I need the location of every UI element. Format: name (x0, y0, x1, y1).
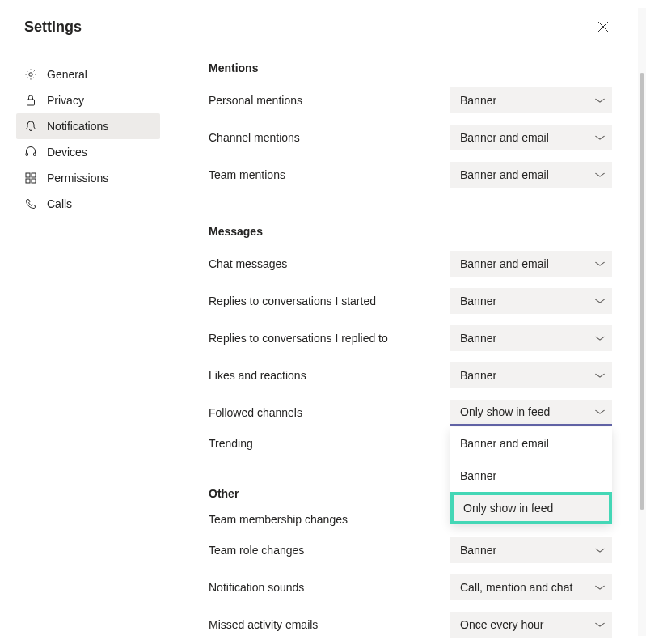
select-notification-sounds[interactable]: Call, mention and chat (450, 574, 612, 600)
gear-icon (24, 68, 37, 81)
select-value: Once every hour (460, 618, 544, 631)
sidebar-item-notifications[interactable]: Notifications (16, 113, 160, 139)
setting-row: Chat messages Banner and email (209, 251, 612, 277)
phone-icon (24, 197, 37, 210)
sidebar-item-devices[interactable]: Devices (16, 139, 160, 165)
svg-rect-2 (26, 153, 28, 156)
setting-row: Channel mentions Banner and email (209, 125, 612, 150)
setting-row: Likes and reactions Banner (209, 362, 612, 388)
setting-label: Replies to conversations I started (209, 294, 376, 307)
dropdown-option-banner-email[interactable]: Banner and email (450, 427, 612, 460)
select-value: Banner (460, 369, 496, 382)
close-button[interactable] (594, 18, 612, 36)
chevron-down-icon (594, 622, 606, 627)
select-value: Only show in feed (460, 405, 550, 418)
dropdown-option-banner[interactable]: Banner (450, 460, 612, 492)
grid-icon (24, 172, 37, 184)
sidebar-item-label: Devices (47, 146, 87, 159)
svg-point-0 (29, 73, 32, 76)
select-team-mentions[interactable]: Banner and email (450, 162, 612, 188)
headset-icon (24, 146, 37, 159)
svg-rect-1 (27, 100, 35, 105)
select-value: Call, mention and chat (460, 581, 572, 594)
select-chat-messages[interactable]: Banner and email (450, 251, 612, 277)
setting-row: Followed channels Only show in feed Bann… (209, 400, 612, 426)
sidebar-item-label: Calls (47, 197, 72, 210)
setting-label: Channel mentions (209, 131, 300, 144)
setting-label: Team mentions (209, 168, 285, 181)
select-value: Banner (460, 294, 496, 307)
sidebar-item-privacy[interactable]: Privacy (16, 87, 160, 113)
setting-label: Replies to conversations I replied to (209, 332, 388, 345)
setting-row: Replies to conversations I replied to Ba… (209, 325, 612, 351)
chevron-down-icon (594, 135, 606, 140)
sidebar-item-general[interactable]: General (16, 61, 160, 87)
setting-label: Followed channels (209, 406, 302, 419)
chevron-down-icon (594, 98, 606, 103)
scrollbar-track[interactable] (638, 8, 646, 636)
chevron-down-icon (594, 299, 606, 303)
chevron-down-icon (594, 261, 606, 266)
select-missed-emails[interactable]: Once every hour (450, 612, 612, 638)
setting-label: Team role changes (209, 544, 304, 557)
chevron-down-icon (594, 373, 606, 378)
select-value: Banner and email (460, 131, 549, 144)
setting-label: Chat messages (209, 257, 287, 270)
chevron-down-icon (594, 172, 606, 177)
setting-label: Missed activity emails (209, 618, 318, 631)
setting-row: Personal mentions Banner (209, 87, 612, 113)
sidebar-item-permissions[interactable]: Permissions (16, 165, 160, 191)
svg-rect-3 (34, 153, 36, 156)
setting-row: Team mentions Banner and email (209, 162, 612, 188)
section-header-messages: Messages (209, 225, 612, 238)
sidebar-item-calls[interactable]: Calls (16, 191, 160, 217)
page-title: Settings (24, 19, 82, 36)
chevron-down-icon (594, 585, 606, 590)
setting-label: Trending (209, 437, 253, 450)
lock-icon (24, 94, 37, 107)
dropdown-menu: Banner and email Banner Only show in fee… (450, 427, 612, 524)
select-value: Banner (460, 94, 496, 107)
chevron-down-icon (594, 409, 606, 414)
select-team-role[interactable]: Banner (450, 537, 612, 563)
svg-rect-4 (26, 173, 30, 177)
setting-label: Likes and reactions (209, 369, 306, 382)
setting-row: Team role changes Banner (209, 537, 612, 563)
svg-rect-6 (26, 179, 30, 183)
select-channel-mentions[interactable]: Banner and email (450, 125, 612, 150)
select-replies-started[interactable]: Banner (450, 288, 612, 314)
svg-rect-5 (32, 173, 36, 177)
setting-label: Personal mentions (209, 94, 302, 107)
settings-main: Mentions Personal mentions Banner Channe… (209, 61, 636, 644)
dropdown-option-only-feed[interactable]: Only show in feed (450, 492, 612, 524)
setting-row: Replies to conversations I started Banne… (209, 288, 612, 314)
sidebar-item-label: Privacy (47, 94, 84, 107)
close-icon (597, 21, 609, 32)
svg-rect-7 (32, 179, 36, 183)
select-followed-channels[interactable]: Only show in feed (450, 400, 612, 426)
select-value: Banner (460, 332, 496, 345)
select-value: Banner and email (460, 168, 549, 181)
sidebar-item-label: Notifications (47, 120, 108, 133)
setting-label: Team membership changes (209, 513, 348, 526)
select-personal-mentions[interactable]: Banner (450, 87, 612, 113)
select-value: Banner and email (460, 257, 549, 270)
sidebar-item-label: Permissions (47, 172, 108, 184)
setting-row: Notification sounds Call, mention and ch… (209, 574, 612, 600)
setting-row: Missed activity emails Once every hour (209, 612, 612, 638)
select-replies-replied[interactable]: Banner (450, 325, 612, 351)
sidebar-item-label: General (47, 68, 87, 81)
setting-label: Notification sounds (209, 581, 304, 594)
select-value: Banner (460, 544, 496, 557)
select-likes-reactions[interactable]: Banner (450, 362, 612, 388)
scrollbar-thumb[interactable] (640, 73, 644, 510)
sidebar: General Privacy Notifications Devices (0, 61, 160, 644)
chevron-down-icon (594, 336, 606, 341)
section-header-mentions: Mentions (209, 61, 612, 74)
bell-icon (24, 120, 37, 133)
chevron-down-icon (594, 548, 606, 553)
